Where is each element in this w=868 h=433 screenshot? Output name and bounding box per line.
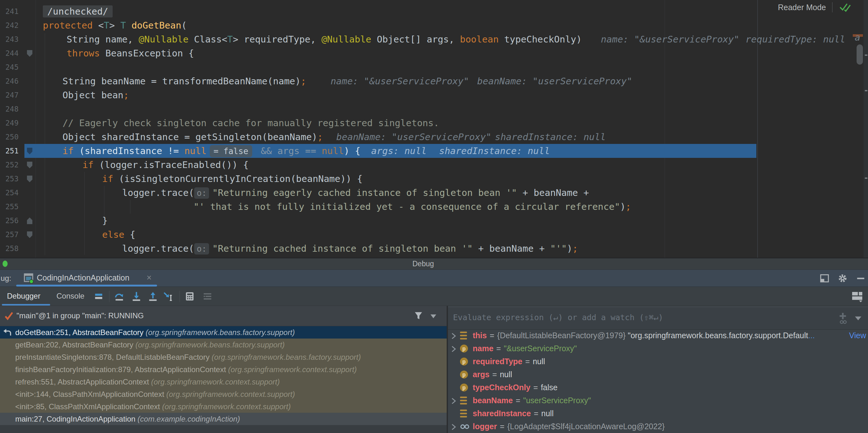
code-line-256[interactable]: } [102,214,107,228]
debug-session-tab[interactable]: CodingInActionApplication × [16,270,165,287]
stack-frame-row[interactable]: getBean:202, AbstractBeanFactory (org.sp… [0,338,447,351]
layout-settings-button[interactable] [850,289,864,304]
thread-dropdown-caret-icon[interactable] [430,314,437,319]
code-token: logger.trace( [122,243,194,254]
line-number-255[interactable]: 255 [5,200,28,214]
line-number-245[interactable]: 245 [5,60,28,74]
code-line-258[interactable]: logger.trace(o:"Returning cached instanc… [122,241,578,256]
line-number-250[interactable]: 250 [5,130,28,144]
stack-frame-row[interactable]: doGetBean:251, AbstractBeanFactory (org.… [0,326,447,338]
line-number-258[interactable]: 258 [5,241,28,256]
expand-chevron-icon[interactable] [451,346,456,352]
variable-row-args[interactable]: pargs=null [448,368,868,381]
thread-status-text: "main"@1 in group "main": RUNNING [17,311,144,320]
variable-row-typeCheckOnly[interactable]: ptypeCheckOnly=false [448,381,868,394]
fold-up-icon[interactable] [27,218,32,224]
line-number-244[interactable]: 244 [5,46,28,60]
stack-frame-row[interactable]: main:27, CodingInActionApplication (com.… [0,413,447,425]
code-line-249[interactable]: // Eagerly check singleton cache for man… [62,116,439,130]
line-number-243[interactable]: 243 [5,32,28,46]
line-number-251[interactable]: 251 [5,144,28,158]
variable-row-requiredType[interactable]: prequiredType=null [448,355,868,368]
line-number-248[interactable]: 248 [5,102,28,116]
variable-row-name[interactable]: pname="&userServiceProxy" [448,342,868,355]
code-line-254[interactable]: logger.trace(o:"Returning eagerly cached… [122,186,589,200]
line-number-247[interactable]: 247 [5,88,28,102]
line-number-257[interactable]: 257 [5,228,28,241]
line-number-254[interactable]: 254 [5,186,28,200]
step-over-button[interactable] [112,289,126,304]
reader-mode-indicator[interactable]: Reader Mode [778,2,851,13]
fold-down-icon[interactable] [27,176,32,182]
error-stripe[interactable] [864,0,868,258]
variable-value: "org.springframework.beans.factory.suppo… [628,331,808,340]
expand-chevron-icon[interactable] [451,424,456,430]
code-line-247[interactable]: Object bean; [62,88,129,102]
expand-chevron-icon[interactable] [451,398,456,404]
variable-row-beanName[interactable]: beanName="userServiceProxy" [448,394,868,407]
code-line-244[interactable]: throws BeansException { [67,46,194,60]
tab-debugger[interactable]: Debugger [2,287,50,306]
code-line-250[interactable]: Object sharedInstance = getSingleton(bea… [62,130,323,144]
close-icon[interactable]: × [147,273,152,283]
stripe-mark[interactable] [865,90,867,91]
add-watch-icon[interactable] [838,312,849,325]
step-out-button[interactable] [146,289,160,304]
run-to-cursor-button[interactable] [161,289,175,304]
code-line-253[interactable]: if (isSingletonCurrentlyInCreation(beanN… [102,172,363,186]
line-number-249[interactable]: 249 [5,116,28,130]
code-token: Object[] args, [371,34,460,45]
code-line-251[interactable]: if (sharedInstance != null= false && arg… [62,144,361,158]
code-editor[interactable]: 241/unchecked/242protected <T> T doGetBe… [0,0,868,258]
code-line-246[interactable]: String beanName = transformedBeanName(na… [62,74,306,88]
expand-chevron-icon[interactable] [451,333,456,339]
stream-trace-button[interactable] [200,289,214,304]
watch-dropdown-caret-icon[interactable] [855,316,862,321]
code-line-252[interactable]: if (logger.isTraceEnabled()) { [83,158,249,172]
float-window-icon[interactable] [820,274,829,283]
fold-down-icon[interactable] [27,50,32,57]
variable-row-logger[interactable]: logger={LogAdapter$Slf4jLocationAwareLog… [448,420,868,433]
line-number-242[interactable]: 242 [5,19,28,32]
step-into-button[interactable] [129,289,144,304]
fold-down-icon[interactable] [27,162,32,168]
variable-row-sharedInstance[interactable]: sharedInstance=null [448,407,868,420]
stack-frame-row[interactable]: refresh:551, AbstractApplicationContext … [0,376,447,388]
hide-panel-icon[interactable] [856,273,865,283]
filter-funnel-icon[interactable] [414,311,423,321]
view-link[interactable]: View [849,329,866,342]
code-line-242[interactable]: protected <T> T doGetBean( [43,19,187,32]
toolwindow-title: Debug [412,260,434,268]
evaluate-expression-bar[interactable]: Evaluate expression (↵) or add a watch (… [448,307,868,330]
code-line-257[interactable]: else { [102,228,135,241]
tab-debugger-label: Debugger [7,292,40,300]
editor-scrollbar-thumb[interactable] [857,44,863,65]
gear-icon[interactable] [838,273,848,284]
variable-row-this[interactable]: this={DefaultListableBeanFactory@1979} "… [448,329,868,342]
thread-row[interactable]: "main"@1 in group "main": RUNNING [0,306,447,326]
line-number-253[interactable]: 253 [5,172,28,186]
evaluate-expression-button[interactable] [183,289,197,304]
stack-frame-row[interactable]: <init>:144, ClassPathXmlApplicationConte… [0,388,447,400]
code-line-243[interactable]: String name, @Nullable Class<T> required… [67,32,582,46]
frame-location: <init>:85, ClassPathXmlApplicationContex… [15,400,290,413]
inspections-ok-icon[interactable] [839,2,851,13]
code-line-241[interactable]: /unchecked/ [43,4,113,19]
stripe-mark[interactable] [865,177,867,179]
line-number-241[interactable]: 241 [5,4,28,19]
line-number-252[interactable]: 252 [5,158,28,172]
code-line-255[interactable]: "' that is not fully initialized yet - a… [193,200,631,214]
threads-view-button[interactable] [92,289,106,304]
line-number-256[interactable]: 256 [5,214,28,228]
stripe-mark[interactable] [865,55,867,56]
stack-frame-row[interactable]: finishBeanFactoryInitialization:879, Abs… [0,363,447,376]
session-tab-label[interactable]: CodingInActionApplication [37,273,129,282]
stack-frame-row[interactable]: preInstantiateSingletons:878, DefaultLis… [0,351,447,363]
fold-down-icon[interactable] [27,231,32,238]
line-number-246[interactable]: 246 [5,74,28,88]
reader-mode-divider [832,2,833,12]
stack-frame-row[interactable]: <init>:85, ClassPathXmlApplicationContex… [0,400,447,413]
debugger-toolbar: Debugger Console [0,287,868,306]
tab-console[interactable]: Console [57,292,84,300]
gutter-separator [35,0,36,258]
